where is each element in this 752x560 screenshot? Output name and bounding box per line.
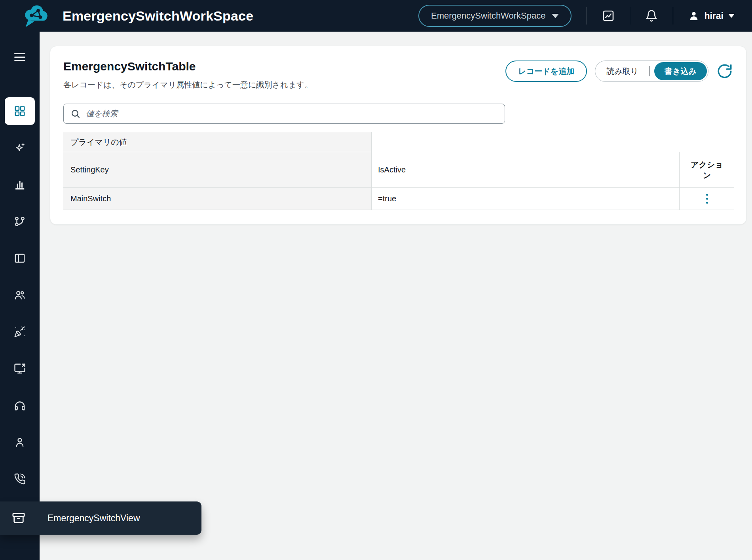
- empty-header-cell: [372, 132, 679, 152]
- sidebar-item-support[interactable]: [0, 387, 40, 424]
- records-table: プライマリの値 SettingKey IsActive アクション MainSw…: [63, 132, 734, 210]
- sparkle-icon: [14, 142, 26, 154]
- toggle-divider: [649, 66, 650, 76]
- column-header-actions: アクション: [680, 159, 734, 181]
- column-header-attribute: IsActive: [372, 152, 679, 187]
- table-primary-header-row: プライマリの値: [63, 132, 734, 152]
- cloud-network-logo-icon: [21, 4, 51, 28]
- refresh-icon: [716, 63, 733, 79]
- chart-frame-icon[interactable]: [602, 9, 615, 22]
- git-branch-icon: [14, 216, 26, 227]
- empty-header-cell: [679, 132, 734, 152]
- phone-call-icon: [14, 473, 26, 485]
- chevron-down-icon: [552, 14, 559, 18]
- add-record-button[interactable]: レコードを追加: [505, 61, 587, 82]
- read-write-toggle: 読み取り 書き込み: [595, 61, 708, 82]
- kebab-menu-icon[interactable]: [702, 191, 712, 206]
- headset-icon: [14, 399, 26, 411]
- sidebar-item-whats-new[interactable]: [0, 313, 40, 350]
- table-column-header-row: SettingKey IsActive アクション: [63, 152, 734, 188]
- main-content: EmergencySwitchTable 各レコードは、そのプライマリ属性値によ…: [40, 32, 752, 560]
- bar-chart-icon: [14, 179, 26, 191]
- party-popper-icon: [14, 326, 26, 338]
- person-icon: [14, 436, 26, 448]
- page-title: EmergencySwitchTable: [63, 60, 312, 73]
- search-input[interactable]: [63, 104, 505, 124]
- sidebar-item-profile[interactable]: [0, 424, 40, 460]
- user-menu[interactable]: hirai: [688, 10, 735, 21]
- sidebar-flyout-emergency-switch-view[interactable]: EmergencySwitchView: [0, 501, 201, 535]
- search-box: [63, 104, 505, 124]
- sidebar-item-tables[interactable]: [0, 240, 40, 276]
- write-toggle-button[interactable]: 書き込み: [654, 62, 707, 80]
- user-icon: [688, 10, 699, 21]
- sidebar-nav: [0, 93, 40, 497]
- sidebar-item-sparkle[interactable]: [0, 129, 40, 166]
- topbar-divider: [587, 7, 587, 25]
- card-actions: レコードを追加 読み取り 書き込み: [505, 61, 733, 82]
- flyout-label: EmergencySwitchView: [47, 513, 140, 524]
- app-title: EmergencySwitchWorkSpace: [63, 8, 253, 24]
- cell-primary-value: MainSwitch: [63, 188, 372, 210]
- column-header-primary: SettingKey: [63, 152, 372, 187]
- sidebar-item-apps[interactable]: [0, 93, 40, 129]
- table-row: MainSwitch =true: [63, 188, 734, 210]
- archive-box-icon: [12, 511, 25, 525]
- topbar-divider: [673, 7, 673, 25]
- primary-header-cell: プライマリの値: [63, 132, 372, 152]
- bell-icon[interactable]: [645, 9, 658, 22]
- sidebar-item-contact[interactable]: [0, 460, 40, 497]
- app-window: EmergencySwitchWorkSpace EmergencySwitch…: [0, 0, 752, 560]
- workspace-selector[interactable]: EmergencySwitchWorkSpace: [418, 5, 572, 27]
- sidebar-item-charts[interactable]: [0, 166, 40, 203]
- users-icon: [14, 289, 26, 301]
- workspace-selector-label: EmergencySwitchWorkSpace: [431, 11, 545, 21]
- sidebar-item-share-screen[interactable]: [0, 350, 40, 387]
- top-bar: EmergencySwitchWorkSpace EmergencySwitch…: [0, 0, 752, 32]
- table-card: EmergencySwitchTable 各レコードは、そのプライマリ属性値によ…: [50, 46, 746, 225]
- user-name: hirai: [704, 11, 724, 21]
- page-subtitle: 各レコードは、そのプライマリ属性値によって一意に識別されます。: [63, 79, 312, 90]
- topbar-actions: EmergencySwitchWorkSpace: [418, 5, 735, 27]
- refresh-button[interactable]: [716, 63, 733, 79]
- table-layout-icon: [14, 252, 26, 264]
- menu-icon[interactable]: [10, 50, 29, 64]
- screen-share-icon: [14, 363, 26, 375]
- sidebar: [0, 32, 40, 560]
- topbar-divider: [630, 7, 630, 25]
- card-title-block: EmergencySwitchTable 各レコードは、そのプライマリ属性値によ…: [63, 60, 312, 90]
- apps-grid-icon: [5, 97, 35, 125]
- sidebar-item-team[interactable]: [0, 276, 40, 313]
- cell-attribute-value: =true: [372, 188, 679, 210]
- chevron-down-icon: [728, 14, 735, 18]
- sidebar-item-automations[interactable]: [0, 203, 40, 240]
- read-toggle-button[interactable]: 読み取り: [595, 61, 649, 81]
